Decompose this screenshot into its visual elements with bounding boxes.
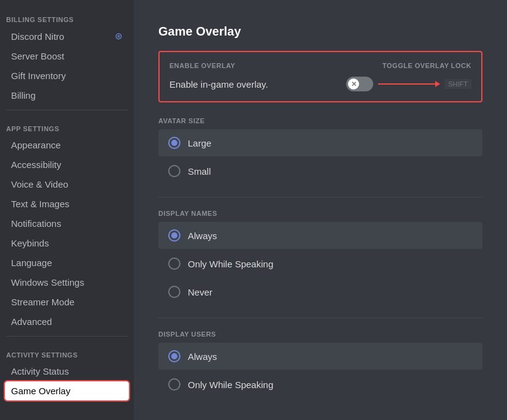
display-users-always[interactable]: Always [158, 343, 482, 370]
display-users-label: DISPLAY USERS [158, 330, 482, 338]
voice-video-label: Voice & Video [11, 179, 68, 189]
divider-1 [158, 197, 482, 197]
avatar-size-large[interactable]: Large [158, 129, 482, 156]
server-boost-label: Server Boost [11, 51, 64, 61]
display-names-label: DISPLAY NAMES [158, 210, 482, 217]
enable-overlay-label: ENABLE OVERLAY [169, 62, 235, 69]
sidebar: BILLING SETTINGS Discord Nitro ⊛ Server … [0, 0, 134, 420]
sidebar-item-keybinds[interactable]: Keybinds [5, 234, 129, 253]
sidebar-item-windows-settings[interactable]: Windows Settings [5, 273, 129, 292]
sidebar-item-voice-video[interactable]: Voice & Video [5, 175, 129, 194]
toggle-overlay-lock-label: TOGGLE OVERLAY LOCK [382, 62, 471, 69]
sidebar-item-server-boost[interactable]: Server Boost [5, 47, 129, 66]
avatar-size-label: AVATAR SIZE [158, 117, 482, 124]
sidebar-item-game-overlay[interactable]: Game Overlay [5, 381, 129, 400]
display-names-never[interactable]: Never [158, 278, 482, 305]
avatar-small-radio[interactable] [168, 165, 180, 177]
display-names-always-text: Always [188, 231, 217, 241]
app-section-label: APP SETTINGS [0, 115, 134, 135]
sidebar-item-notifications[interactable]: Notifications [5, 214, 129, 233]
appearance-label: Appearance [11, 140, 61, 150]
display-names-always-radio[interactable] [168, 229, 180, 242]
sidebar-item-language[interactable]: Language [5, 253, 129, 272]
sidebar-item-billing[interactable]: Billing [5, 86, 129, 105]
sidebar-item-advanced[interactable]: Advanced [5, 312, 129, 331]
sidebar-divider-2 [6, 336, 128, 337]
display-names-speaking[interactable]: Only While Speaking [158, 250, 482, 277]
sidebar-item-appearance[interactable]: Appearance [5, 136, 129, 155]
billing-section-label: BILLING SETTINGS [0, 6, 134, 26]
display-names-speaking-text: Only While Speaking [188, 259, 273, 269]
avatar-small-text: Small [188, 166, 211, 177]
toggle-knob: ✕ [348, 78, 359, 90]
shift-label: SHIFT [444, 79, 471, 89]
sidebar-item-streamer-mode[interactable]: Streamer Mode [5, 292, 129, 311]
enable-overlay-toggle[interactable]: ✕ [346, 77, 373, 91]
divider-2 [158, 318, 482, 318]
display-names-never-radio[interactable] [168, 286, 180, 298]
display-users-always-radio[interactable] [168, 350, 180, 362]
streamer-mode-label: Streamer Mode [11, 297, 74, 307]
overlay-card-body: Enable in-game overlay. ✕ SHIFT [169, 77, 471, 91]
game-overlay-label: Game Overlay [11, 386, 71, 396]
x-icon: ✕ [351, 81, 357, 88]
notifications-label: Notifications [11, 218, 61, 229]
language-label: Language [11, 258, 52, 268]
sidebar-item-activity-status[interactable]: Activity Status [5, 362, 129, 381]
main-content: Game Overlay ENABLE OVERLAY TOGGLE OVERL… [134, 0, 507, 420]
sidebar-divider-1 [6, 110, 128, 110]
activity-section-label: ACTIVITY SETTINGS [0, 342, 134, 361]
avatar-size-small[interactable]: Small [158, 158, 482, 185]
sidebar-item-text-images[interactable]: Text & Images [5, 194, 129, 213]
avatar-size-section: AVATAR SIZE Large Small [158, 117, 482, 185]
keybinds-label: Keybinds [11, 238, 49, 248]
sidebar-item-accessibility[interactable]: Accessibility [5, 155, 129, 174]
display-users-always-text: Always [188, 351, 217, 362]
arrow-line [378, 83, 439, 85]
display-names-speaking-radio[interactable] [168, 258, 180, 270]
accessibility-label: Accessibility [11, 159, 61, 170]
display-users-speaking[interactable]: Only While Speaking [158, 371, 482, 398]
overlay-description: Enable in-game overlay. [169, 79, 268, 90]
gift-inventory-label: Gift Inventory [11, 71, 66, 81]
toggle-and-arrow: ✕ SHIFT [346, 77, 471, 91]
nitro-badge: ⊛ [115, 31, 123, 42]
avatar-large-text: Large [188, 138, 211, 148]
advanced-label: Advanced [11, 316, 52, 327]
windows-settings-label: Windows Settings [11, 277, 84, 288]
display-names-always[interactable]: Always [158, 222, 482, 249]
discord-nitro-label: Discord Nitro [11, 31, 64, 42]
display-names-never-text: Never [188, 287, 212, 297]
text-images-label: Text & Images [11, 199, 69, 209]
sidebar-item-discord-nitro[interactable]: Discord Nitro ⊛ [5, 26, 129, 46]
display-names-section: DISPLAY NAMES Always Only While Speaking… [158, 210, 482, 305]
page-title: Game Overlay [158, 25, 482, 39]
overlay-card-header: ENABLE OVERLAY TOGGLE OVERLAY LOCK [169, 62, 471, 69]
display-users-speaking-radio[interactable] [168, 378, 180, 391]
avatar-large-radio[interactable] [168, 137, 180, 149]
overlay-card: ENABLE OVERLAY TOGGLE OVERLAY LOCK Enabl… [158, 51, 482, 102]
display-users-speaking-text: Only While Speaking [188, 380, 273, 390]
billing-label: Billing [11, 90, 36, 101]
activity-status-label: Activity Status [11, 366, 69, 376]
display-users-section: DISPLAY USERS Always Only While Speaking [158, 330, 482, 398]
sidebar-item-gift-inventory[interactable]: Gift Inventory [5, 66, 129, 85]
